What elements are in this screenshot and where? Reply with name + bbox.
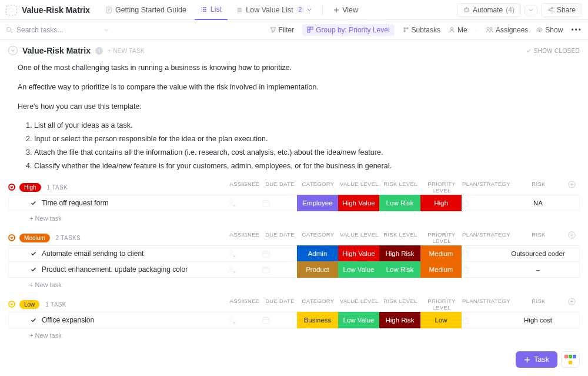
group-by-button[interactable]: Group by: Priority Level xyxy=(302,24,394,36)
new-task-fab[interactable]: Task xyxy=(516,351,557,368)
col-duedate[interactable]: DUE DATE xyxy=(262,298,298,311)
col-duedate[interactable]: DUE DATE xyxy=(262,231,298,244)
col-plan[interactable]: PLAN/STRATEGY xyxy=(462,231,509,244)
col-risk[interactable]: RISK xyxy=(509,231,568,244)
plan-cell[interactable] xyxy=(462,265,509,274)
search-input[interactable]: Search tasks... xyxy=(6,25,263,35)
assignee-cell[interactable] xyxy=(226,198,262,208)
filter-button[interactable]: Filter xyxy=(270,26,295,34)
automate-dropdown[interactable] xyxy=(524,5,537,15)
add-column[interactable] xyxy=(568,181,580,194)
collapse-toggle[interactable] xyxy=(8,46,18,55)
col-duedate[interactable]: DUE DATE xyxy=(262,181,298,194)
me-button[interactable]: Me xyxy=(449,26,467,34)
apps-fab[interactable] xyxy=(561,351,580,368)
plan-cell[interactable] xyxy=(462,249,509,258)
risklevel-tag[interactable]: Low Risk xyxy=(379,261,420,278)
duedate-cell[interactable] xyxy=(262,199,297,208)
svg-rect-25 xyxy=(263,251,269,257)
risk-cell[interactable]: Outsourced coder xyxy=(509,250,567,257)
page-title[interactable]: Value-Risk Matrix xyxy=(22,5,90,15)
share-button[interactable]: Share xyxy=(541,3,582,17)
show-closed-toggle[interactable]: SHOW CLOSED xyxy=(526,48,580,54)
col-plan[interactable]: PLAN/STRATEGY xyxy=(462,181,509,194)
priority-badge[interactable]: Low xyxy=(19,300,39,309)
col-value[interactable]: VALUE LEVEL xyxy=(339,181,380,194)
col-assignee[interactable]: ASSIGNEE xyxy=(227,231,262,244)
priority-tag[interactable]: High xyxy=(420,195,462,211)
task-row[interactable]: Automate email sending to clientAdminHig… xyxy=(8,245,580,262)
priority-tag[interactable]: Medium xyxy=(420,245,462,262)
add-column[interactable] xyxy=(568,298,580,311)
priority-tag[interactable]: Medium xyxy=(420,261,462,278)
plan-cell[interactable] xyxy=(462,316,509,324)
more-menu[interactable]: ••• xyxy=(571,26,582,34)
tab-list[interactable]: List xyxy=(195,0,228,20)
col-category[interactable]: CATEGORY xyxy=(298,181,339,194)
priority-tag[interactable]: Low xyxy=(420,312,462,328)
category-tag[interactable]: Admin xyxy=(297,245,338,262)
svg-point-13 xyxy=(487,28,489,30)
tab-add-view[interactable]: View xyxy=(328,0,364,20)
value-tag[interactable]: High Value xyxy=(338,195,379,211)
svg-rect-11 xyxy=(308,30,310,32)
group-collapse[interactable] xyxy=(8,183,16,191)
info-icon[interactable]: i xyxy=(95,47,103,55)
col-risklevel[interactable]: RISK LEVEL xyxy=(380,181,421,194)
tab-getting-started[interactable]: Getting Started Guide xyxy=(99,0,192,20)
priority-badge[interactable]: High xyxy=(19,183,41,192)
tab-low-value-list[interactable]: Low Value List 2 xyxy=(230,0,318,20)
col-priority[interactable]: PRIORITY LEVEL xyxy=(421,181,462,194)
plan-cell[interactable] xyxy=(462,199,509,207)
risklevel-tag[interactable]: High Risk xyxy=(379,245,420,262)
risk-cell[interactable]: – xyxy=(509,266,567,273)
risklevel-tag[interactable]: Low Risk xyxy=(379,195,420,211)
value-tag[interactable]: High Value xyxy=(338,245,379,262)
priority-badge[interactable]: Medium xyxy=(19,234,50,242)
col-value[interactable]: VALUE LEVEL xyxy=(339,231,380,244)
assignee-cell[interactable] xyxy=(226,315,262,325)
category-tag[interactable]: Business xyxy=(297,312,338,328)
show-button[interactable]: Show xyxy=(536,26,563,34)
list-title[interactable]: Value-Risk Matrix xyxy=(22,46,91,55)
assignees-button[interactable]: Assignees xyxy=(486,26,528,34)
add-task-row[interactable]: + New task xyxy=(8,278,580,288)
risk-cell[interactable]: NA xyxy=(509,199,567,207)
group-collapse[interactable] xyxy=(8,234,16,242)
duedate-cell[interactable] xyxy=(262,265,297,274)
col-assignee[interactable]: ASSIGNEE xyxy=(227,298,262,311)
category-tag[interactable]: Product xyxy=(297,261,338,278)
task-row[interactable]: Product enhancement: update packaging co… xyxy=(8,261,580,278)
col-category[interactable]: CATEGORY xyxy=(298,231,339,244)
col-category[interactable]: CATEGORY xyxy=(298,298,339,311)
assignee-cell[interactable] xyxy=(226,264,262,275)
value-tag[interactable]: Low Value xyxy=(338,312,379,328)
col-risklevel[interactable]: RISK LEVEL xyxy=(380,298,421,311)
subtasks-button[interactable]: Subtasks xyxy=(403,26,440,34)
col-risk[interactable]: RISK xyxy=(509,181,568,194)
automate-button[interactable]: Automate (4) xyxy=(457,3,521,17)
risk-cell[interactable]: High cost xyxy=(509,317,567,324)
task-row[interactable]: Time off request formEmployeeHigh ValueL… xyxy=(8,195,580,211)
col-risklevel[interactable]: RISK LEVEL xyxy=(380,231,421,244)
col-assignee[interactable]: ASSIGNEE xyxy=(227,181,262,194)
col-priority[interactable]: PRIORITY LEVEL xyxy=(421,231,462,244)
col-plan[interactable]: PLAN/STRATEGY xyxy=(462,298,509,311)
add-column[interactable] xyxy=(568,231,580,244)
value-tag[interactable]: Low Value xyxy=(338,261,379,278)
group-collapse[interactable] xyxy=(8,300,16,308)
duedate-cell[interactable] xyxy=(262,249,297,258)
col-value[interactable]: VALUE LEVEL xyxy=(339,298,380,311)
new-task-link[interactable]: + NEW TASK xyxy=(108,48,145,54)
col-priority[interactable]: PRIORITY LEVEL xyxy=(421,298,462,311)
category-tag[interactable]: Employee xyxy=(297,195,338,211)
folder-icon[interactable] xyxy=(6,5,16,15)
assignee-cell[interactable] xyxy=(226,248,262,259)
risklevel-tag[interactable]: High Risk xyxy=(379,312,420,328)
search-dropdown[interactable] xyxy=(102,25,111,35)
add-task-row[interactable]: + New task xyxy=(8,211,580,222)
add-task-row[interactable]: + New task xyxy=(8,328,580,339)
duedate-cell[interactable] xyxy=(262,316,297,325)
col-risk[interactable]: RISK xyxy=(509,298,568,311)
task-row[interactable]: Office expansionBusinessLow ValueHigh Ri… xyxy=(8,312,580,328)
